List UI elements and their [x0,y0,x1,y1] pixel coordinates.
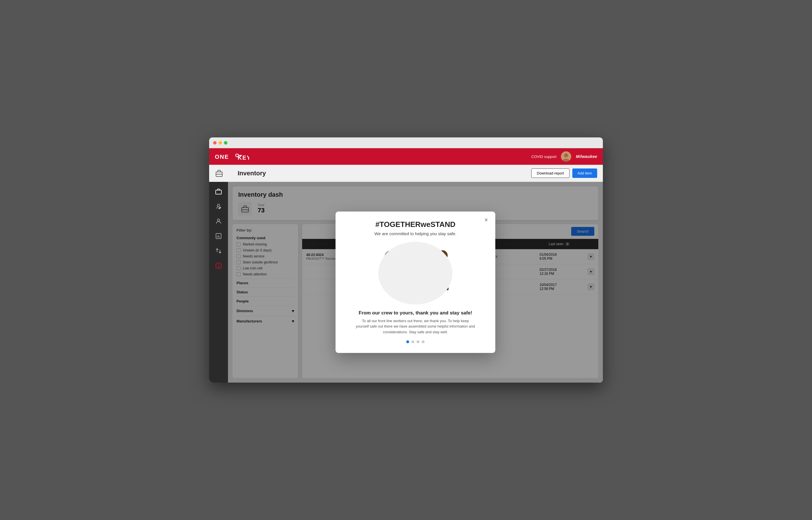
sidebar-item-tracking[interactable] [212,200,225,213]
dot-1[interactable] [406,340,409,343]
milwaukee-logo: Milwaukee [576,154,597,159]
inventory-icon [215,169,223,178]
onekey-logo-svg: ONE KEY [215,152,249,161]
modal-message-title: From our crew to yours, thank you and st… [359,310,472,316]
header-actions: Download report Add item [531,168,597,178]
modal-hashtag: #TOGETHERweSTAND [375,220,456,229]
minimize-btn[interactable] [219,141,222,145]
dot-4[interactable] [422,340,424,343]
header-right: COVID support Milwaukee [531,151,597,162]
titlebar [209,137,603,148]
sidebar-item-alerts[interactable] [212,259,225,272]
svg-point-6 [564,153,568,157]
svg-text:KEY: KEY [238,155,249,161]
svg-point-11 [217,204,220,206]
add-item-button[interactable]: Add item [572,168,597,178]
svg-point-12 [217,219,220,221]
svg-rect-10 [216,190,221,194]
app-container: ONE KEY COVID support Milwaukee [209,148,603,383]
download-report-button[interactable]: Download report [531,168,569,178]
avatar [561,151,571,162]
svg-point-19 [218,266,219,267]
sidebar-item-inventory[interactable] [212,185,225,198]
mac-window: ONE KEY COVID support Milwaukee [209,137,603,383]
page-title: Inventory [238,170,266,177]
sidebar-item-people[interactable] [212,215,225,228]
modal-overlay[interactable]: × #TOGETHERweSTAND We are committed to h… [228,182,603,383]
dot-2[interactable] [412,340,414,343]
dot-3[interactable] [417,340,419,343]
modal-dots [406,340,424,343]
main-area: Inventory dash Total 73 [209,182,603,383]
sidebar-item-reports[interactable] [212,230,225,242]
modal-close-button[interactable]: × [482,216,490,224]
modal-message-text: To all our front line workers out there,… [355,318,475,335]
svg-text:ONE: ONE [215,154,229,160]
illus-circle [378,242,452,305]
modal-body: #TOGETHERweSTAND We are committed to hel… [336,211,495,353]
app-header: ONE KEY COVID support Milwaukee [209,148,603,165]
sidebar-item-transfer[interactable] [212,244,225,257]
covid-support-label: COVID support [531,155,556,159]
modal-dialog: × #TOGETHERweSTAND We are committed to h… [336,211,495,353]
content-area: Inventory dash Total 73 [228,182,603,383]
logo[interactable]: ONE KEY [215,152,249,161]
sub-header: Inventory Download report Add item [209,165,603,182]
sidebar [209,182,228,383]
maximize-btn[interactable] [224,141,227,145]
close-btn[interactable] [213,141,217,145]
workers-illustration [373,242,458,305]
modal-subtitle: We are committed to helping you stay saf… [374,231,456,236]
